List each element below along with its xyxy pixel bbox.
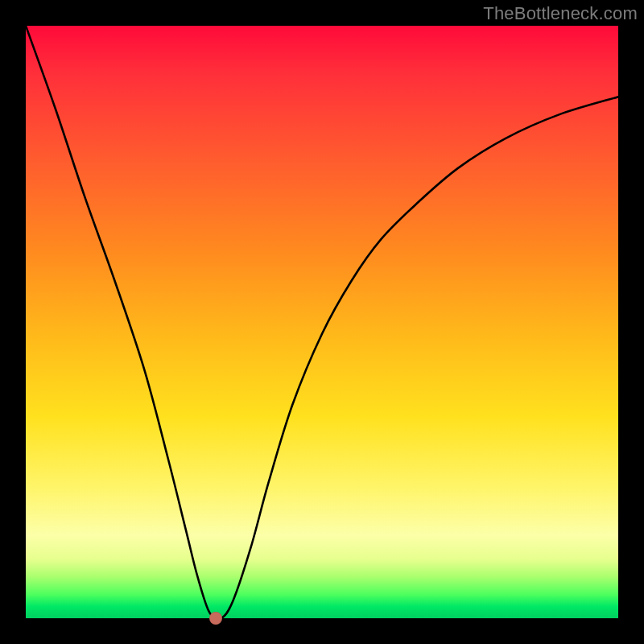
bottleneck-curve (26, 26, 618, 618)
watermark-text: TheBottleneck.com (483, 3, 638, 24)
plot-area (26, 26, 618, 618)
optimum-marker (209, 612, 222, 625)
chart-frame: TheBottleneck.com (0, 0, 644, 644)
